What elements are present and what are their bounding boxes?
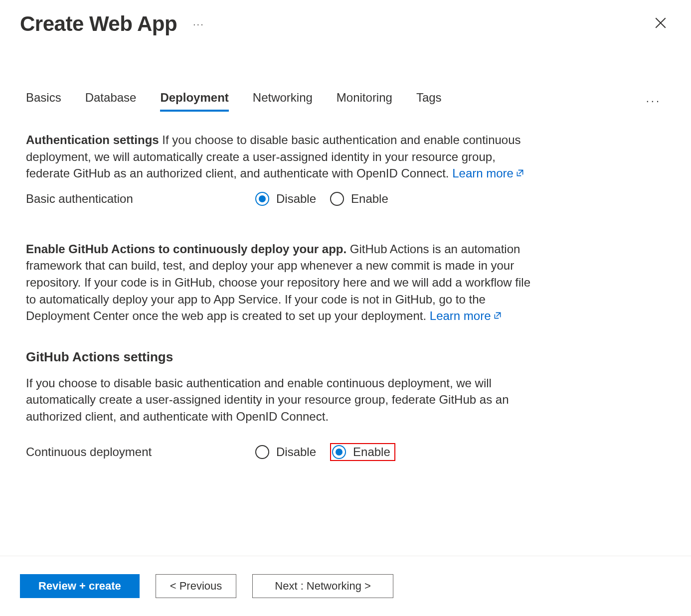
cd-enable-label: Enable [353,445,390,459]
gha-section-text: Enable GitHub Actions to continuously de… [26,241,532,324]
more-actions-icon[interactable]: ··· [189,14,208,34]
auth-heading: Authentication settings [26,133,159,147]
continuous-deployment-radio-group: Disable Enable [255,443,395,461]
basic-auth-enable-option[interactable]: Enable [330,192,388,206]
auth-section-text: Authentication settings If you choose to… [26,132,532,182]
content: Authentication settings If you choose to… [0,112,558,461]
gha-settings-body: If you choose to disable basic authentic… [26,375,532,425]
continuous-deployment-row: Continuous deployment Disable Enable [26,443,532,461]
cd-disable-label: Disable [276,445,316,459]
cd-enable-option[interactable]: Enable [332,445,390,459]
external-link-icon [516,165,524,182]
basic-auth-disable-label: Disable [276,192,316,206]
radio-unselected-icon [255,445,269,459]
cd-enable-highlight: Enable [330,443,395,461]
tab-database[interactable]: Database [85,91,137,112]
tab-networking[interactable]: Networking [253,91,313,112]
auth-learn-more-link[interactable]: Learn more [452,166,524,180]
basic-auth-disable-option[interactable]: Disable [255,192,316,206]
cd-disable-option[interactable]: Disable [255,445,316,459]
tab-tags[interactable]: Tags [416,91,442,112]
gha-heading: Enable GitHub Actions to continuously de… [26,242,346,256]
external-link-icon [493,308,502,324]
radio-selected-icon [332,445,346,459]
page-title: Create Web App [20,12,177,36]
gha-settings-heading: GitHub Actions settings [26,349,532,365]
title-wrap: Create Web App ··· [20,12,208,36]
basic-auth-radio-group: Disable Enable [255,192,388,206]
tab-deployment[interactable]: Deployment [160,91,228,112]
basic-auth-row: Basic authentication Disable Enable [26,192,532,206]
review-create-button[interactable]: Review + create [20,574,140,598]
footer: Review + create < Previous Next : Networ… [0,556,691,616]
radio-unselected-icon [330,192,344,206]
tab-basics[interactable]: Basics [26,91,61,112]
radio-selected-icon [255,192,269,206]
tabs: Basics Database Deployment Networking Mo… [0,91,691,112]
previous-button[interactable]: < Previous [156,574,237,598]
basic-auth-enable-label: Enable [351,192,388,206]
basic-auth-label: Basic authentication [26,192,255,206]
continuous-deployment-label: Continuous deployment [26,445,255,459]
close-icon[interactable] [650,12,671,36]
header: Create Web App ··· [0,0,691,36]
tabs-overflow-icon[interactable]: ··· [642,91,665,112]
next-button[interactable]: Next : Networking > [252,574,393,598]
tab-monitoring[interactable]: Monitoring [337,91,392,112]
gha-learn-more-link[interactable]: Learn more [430,309,502,322]
